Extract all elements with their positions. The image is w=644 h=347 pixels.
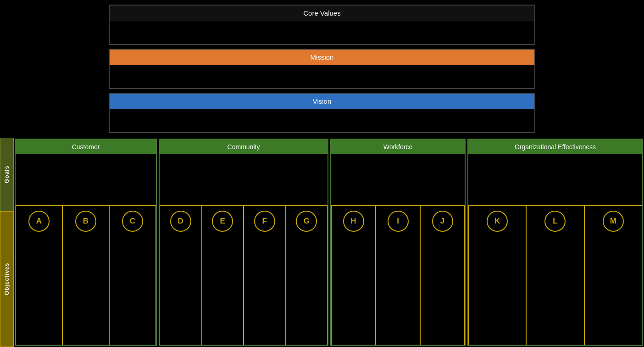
main-layout: Core Values Mission Vision Goals [0,0,644,347]
columns-area: Customer A B C Commun [14,138,644,347]
badge-h: H [343,211,364,232]
objective-e: E [202,206,244,345]
customer-goal-header: Customer [16,140,156,154]
mission-label: Mission [311,53,334,61]
core-values-content [110,21,534,44]
objectives-row-label: Objectives [0,211,14,347]
badge-b: B [75,211,96,232]
org-column: Organizational Effectiveness K L M [467,139,643,346]
customer-objectives: A B C [16,205,156,345]
badge-f: F [254,211,275,232]
badge-i: I [388,211,409,232]
objective-b: B [62,206,109,345]
objective-a: A [16,206,62,345]
objective-i: I [376,206,420,345]
objective-d: D [160,206,202,345]
objective-c: C [109,206,156,345]
vision-header: Vision [110,94,534,109]
core-values-header: Core Values [110,6,534,21]
objective-g: G [286,206,328,345]
workforce-goal-header: Workforce [331,140,465,154]
customer-column: Customer A B C [15,139,157,346]
workforce-objectives: H I J [331,205,465,345]
core-values-label: Core Values [303,9,340,17]
badge-d: D [170,211,191,232]
workforce-column: Workforce H I J [330,139,466,346]
objective-l: L [526,206,584,345]
strategy-section: Core Values Mission Vision [0,0,644,138]
org-objectives: K L M [468,205,642,345]
badge-k: K [487,211,508,232]
objective-h: H [331,206,376,345]
objective-j: J [420,206,465,345]
row-labels: Goals Objectives [0,138,14,347]
badge-a: A [28,211,50,232]
community-column: Community D E F G [159,139,328,346]
goals-objectives-section: Goals Objectives Customer A B [0,138,644,347]
org-goal-body [468,154,642,205]
community-objectives: D E F G [160,205,328,345]
mission-block: Mission [109,49,535,89]
community-goal-header: Community [160,140,328,154]
badge-g: G [296,211,317,232]
community-goal-body [160,154,328,205]
badge-e: E [212,211,233,232]
mission-content [110,65,534,88]
customer-goal-body [16,154,156,205]
workforce-goal-body [331,154,465,205]
badge-m: M [603,211,624,232]
core-values-block: Core Values [109,5,535,45]
badge-c: C [122,211,143,232]
org-goal-header: Organizational Effectiveness [468,140,642,154]
badge-j: J [432,211,453,232]
vision-label: Vision [313,97,332,105]
mission-header: Mission [110,50,534,65]
badge-l: L [544,211,566,232]
vision-block: Vision [109,93,535,133]
objective-k: K [468,206,526,345]
objective-f: F [244,206,286,345]
vision-content [110,109,534,132]
objective-m: M [584,206,642,345]
goals-row-label: Goals [0,138,14,211]
